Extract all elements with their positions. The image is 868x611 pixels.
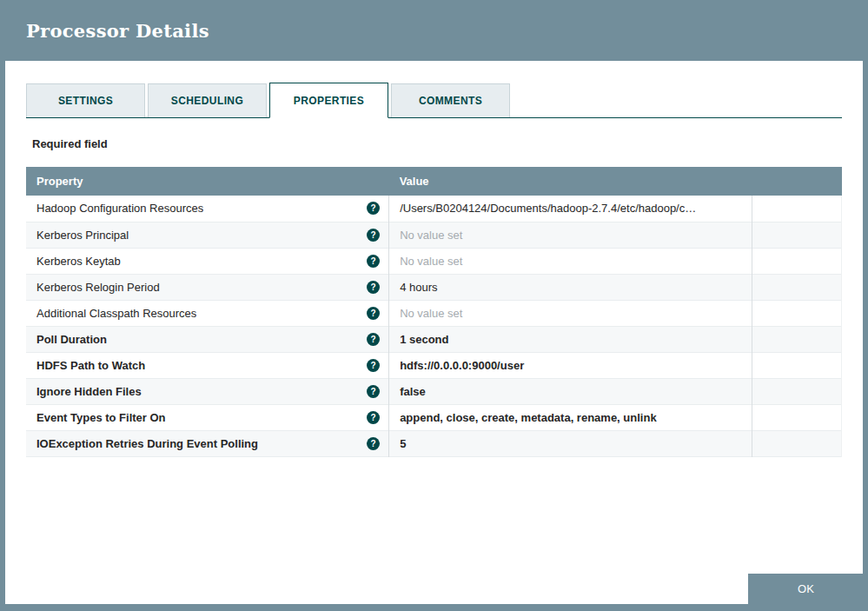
- dialog-title: Processor Details: [26, 20, 209, 42]
- help-icon[interactable]: ?: [367, 385, 380, 398]
- table-row[interactable]: Kerberos Keytab? No value set: [26, 248, 842, 274]
- table-row[interactable]: Additional Classpath Resources? No value…: [26, 300, 842, 326]
- properties-table: Property Value Hadoop Configuration Reso…: [26, 167, 842, 457]
- required-field-legend: Required field: [32, 137, 842, 151]
- property-name: HDFS Path to Watch: [36, 359, 145, 372]
- row-filler: [752, 378, 841, 404]
- dialog-header: Processor Details: [0, 0, 868, 61]
- table-row[interactable]: Kerberos Principal? No value set: [26, 222, 842, 248]
- dialog-body: SETTINGS SCHEDULING PROPERTIES COMMENTS …: [5, 61, 863, 604]
- help-icon[interactable]: ?: [367, 411, 380, 424]
- help-icon[interactable]: ?: [367, 202, 380, 215]
- help-icon[interactable]: ?: [367, 229, 380, 242]
- row-filler: [752, 248, 841, 274]
- property-value[interactable]: No value set: [389, 248, 752, 274]
- table-row[interactable]: Poll Duration? 1 second: [26, 326, 842, 352]
- ok-button[interactable]: OK: [748, 574, 864, 604]
- table-row[interactable]: Kerberos Relogin Period? 4 hours: [26, 274, 842, 300]
- tab-properties[interactable]: PROPERTIES: [269, 83, 388, 118]
- property-name: Additional Classpath Resources: [36, 307, 196, 320]
- property-name: Event Types to Filter On: [36, 411, 166, 424]
- tab-settings[interactable]: SETTINGS: [26, 83, 145, 117]
- property-name: Kerberos Keytab: [36, 255, 121, 268]
- property-name: Kerberos Relogin Period: [36, 281, 160, 294]
- help-icon[interactable]: ?: [367, 281, 380, 294]
- row-filler: [752, 430, 841, 456]
- tab-scheduling[interactable]: SCHEDULING: [148, 83, 267, 117]
- property-name: Poll Duration: [36, 333, 107, 346]
- column-header-property: Property: [26, 167, 389, 196]
- property-value[interactable]: 4 hours: [389, 274, 752, 300]
- help-icon[interactable]: ?: [367, 333, 380, 346]
- column-header-filler: [752, 167, 841, 196]
- table-row[interactable]: Ignore Hidden Files? false: [26, 378, 842, 404]
- table-row[interactable]: Event Types to Filter On? append, close,…: [26, 404, 842, 430]
- tab-bar: SETTINGS SCHEDULING PROPERTIES COMMENTS: [26, 83, 842, 118]
- property-value[interactable]: /Users/B0204124/Documents/hadoop-2.7.4/e…: [389, 196, 752, 222]
- property-value[interactable]: hdfs://0.0.0.0:9000/user: [389, 352, 752, 378]
- row-filler: [752, 222, 841, 248]
- table-row[interactable]: HDFS Path to Watch? hdfs://0.0.0.0:9000/…: [26, 352, 842, 378]
- row-filler: [752, 274, 841, 300]
- row-filler: [752, 196, 841, 222]
- table-row[interactable]: Hadoop Configuration Resources? /Users/B…: [26, 196, 842, 222]
- row-filler: [752, 300, 841, 326]
- row-filler: [752, 352, 841, 378]
- property-name: IOException Retries During Event Polling: [36, 437, 258, 450]
- table-header-row: Property Value: [26, 167, 842, 196]
- property-value[interactable]: false: [389, 378, 752, 404]
- property-value[interactable]: 5: [389, 430, 752, 456]
- property-value[interactable]: 1 second: [389, 326, 752, 352]
- help-icon[interactable]: ?: [367, 307, 380, 320]
- property-value[interactable]: append, close, create, metadata, rename,…: [389, 404, 752, 430]
- help-icon[interactable]: ?: [367, 437, 380, 450]
- help-icon[interactable]: ?: [367, 255, 380, 268]
- property-name: Ignore Hidden Files: [36, 385, 142, 398]
- property-name: Hadoop Configuration Resources: [36, 202, 203, 215]
- property-name: Kerberos Principal: [36, 229, 129, 242]
- help-icon[interactable]: ?: [367, 359, 380, 372]
- table-row[interactable]: IOException Retries During Event Polling…: [26, 430, 842, 456]
- row-filler: [752, 404, 841, 430]
- column-header-value: Value: [389, 167, 752, 196]
- tab-comments[interactable]: COMMENTS: [391, 83, 510, 117]
- property-value[interactable]: No value set: [389, 222, 752, 248]
- property-value[interactable]: No value set: [389, 300, 752, 326]
- row-filler: [752, 326, 841, 352]
